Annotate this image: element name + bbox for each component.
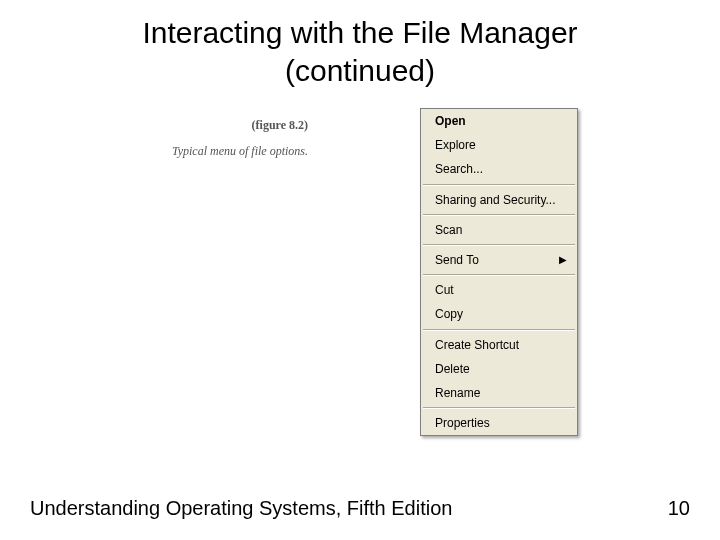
title-line-2: (continued) — [285, 54, 435, 87]
menu-label: Send To — [435, 252, 479, 268]
figure-label: (figure 8.2) — [168, 118, 308, 133]
menu-separator — [423, 184, 575, 186]
menu-label: Explore — [435, 137, 476, 153]
menu-item-open[interactable]: Open — [421, 109, 577, 133]
context-menu: Open Explore Search... Sharing and Secur… — [420, 108, 578, 436]
title-line-1: Interacting with the File Manager — [142, 16, 577, 49]
menu-item-copy[interactable]: Copy — [421, 302, 577, 326]
menu-label: Copy — [435, 306, 463, 322]
menu-item-create-shortcut[interactable]: Create Shortcut — [421, 333, 577, 357]
menu-label: Properties — [435, 415, 490, 431]
menu-label: Open — [435, 113, 466, 129]
menu-separator — [423, 329, 575, 331]
menu-label: Scan — [435, 222, 462, 238]
menu-label: Search... — [435, 161, 483, 177]
menu-label: Sharing and Security... — [435, 192, 556, 208]
menu-item-cut[interactable]: Cut — [421, 278, 577, 302]
menu-item-rename[interactable]: Rename — [421, 381, 577, 405]
menu-label: Rename — [435, 385, 480, 401]
slide: Interacting with the File Manager (conti… — [0, 0, 720, 540]
menu-item-delete[interactable]: Delete — [421, 357, 577, 381]
menu-item-sharing[interactable]: Sharing and Security... — [421, 188, 577, 212]
menu-item-properties[interactable]: Properties — [421, 411, 577, 435]
menu-label: Delete — [435, 361, 470, 377]
footer-page-number: 10 — [668, 497, 690, 520]
menu-item-explore[interactable]: Explore — [421, 133, 577, 157]
menu-item-sendto[interactable]: Send To ▶ — [421, 248, 577, 272]
menu-item-search[interactable]: Search... — [421, 157, 577, 181]
footer-book-title: Understanding Operating Systems, Fifth E… — [30, 497, 452, 520]
menu-item-scan[interactable]: Scan — [421, 218, 577, 242]
menu-label: Create Shortcut — [435, 337, 519, 353]
submenu-arrow-icon: ▶ — [559, 253, 567, 267]
menu-separator — [423, 244, 575, 246]
menu-separator — [423, 274, 575, 276]
slide-title: Interacting with the File Manager (conti… — [0, 14, 720, 89]
menu-separator — [423, 214, 575, 216]
menu-label: Cut — [435, 282, 454, 298]
menu-separator — [423, 407, 575, 409]
figure-description: Typical menu of file options. — [172, 144, 308, 158]
figure-caption: (figure 8.2) Typical menu of file option… — [168, 118, 308, 159]
